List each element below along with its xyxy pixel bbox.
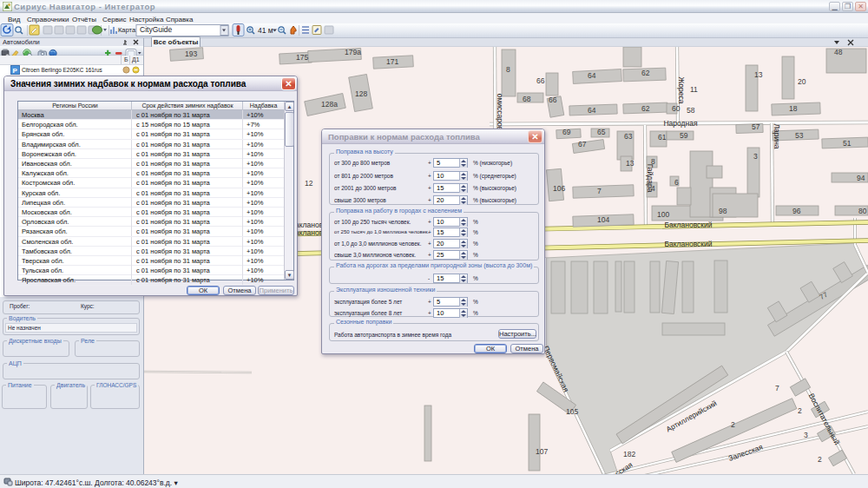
svg-text:106: 106 bbox=[553, 184, 565, 193]
svg-text:P: P bbox=[13, 67, 18, 75]
svg-text:2: 2 bbox=[731, 420, 735, 429]
svg-text:61: 61 bbox=[658, 133, 667, 142]
svg-text:57: 57 bbox=[752, 122, 760, 131]
svg-text:6: 6 bbox=[674, 178, 679, 187]
svg-text:Гайдара: Гайдара bbox=[646, 164, 654, 193]
svg-text:Ларина: Ларина bbox=[773, 123, 781, 148]
svg-text:64: 64 bbox=[588, 106, 596, 115]
svg-text:11: 11 bbox=[690, 85, 698, 94]
svg-text:175: 175 bbox=[296, 53, 308, 62]
svg-text:65: 65 bbox=[597, 128, 606, 136]
svg-text:51: 51 bbox=[843, 139, 852, 148]
svg-text:193: 193 bbox=[185, 49, 197, 58]
svg-text:7: 7 bbox=[597, 187, 602, 195]
svg-text:18: 18 bbox=[789, 104, 798, 113]
svg-text:8: 8 bbox=[506, 65, 510, 74]
svg-text:68: 68 bbox=[523, 95, 531, 103]
svg-text:7: 7 bbox=[775, 384, 779, 392]
svg-text:CityGuide: CityGuide bbox=[140, 25, 173, 34]
svg-text:100: 100 bbox=[657, 210, 669, 219]
svg-text:60: 60 bbox=[672, 104, 681, 113]
svg-text:66: 66 bbox=[549, 96, 557, 104]
svg-text:107: 107 bbox=[536, 447, 548, 456]
svg-text:98: 98 bbox=[719, 207, 727, 215]
svg-text:Баклановский: Баклановский bbox=[664, 240, 712, 248]
svg-text:105: 105 bbox=[566, 407, 578, 416]
svg-text:Жореса: Жореса bbox=[677, 77, 686, 104]
svg-text:62: 62 bbox=[641, 69, 650, 77]
svg-text:80: 80 bbox=[858, 207, 867, 215]
svg-text:2: 2 bbox=[818, 455, 822, 464]
svg-text:64: 64 bbox=[588, 71, 596, 80]
svg-text:2: 2 bbox=[798, 406, 802, 415]
svg-text:96: 96 bbox=[792, 207, 801, 215]
svg-text:59: 59 bbox=[680, 131, 688, 140]
svg-text:128а: 128а bbox=[321, 100, 338, 109]
svg-text:69: 69 bbox=[562, 128, 571, 136]
svg-text:53: 53 bbox=[795, 131, 804, 140]
svg-text:Карта:: Карта: bbox=[118, 26, 137, 34]
svg-text:омиссаров: омиссаров bbox=[496, 94, 504, 131]
svg-text:104: 104 bbox=[597, 215, 609, 224]
svg-text:63: 63 bbox=[624, 132, 633, 141]
svg-text:13: 13 bbox=[754, 70, 763, 79]
svg-text:128: 128 bbox=[355, 89, 367, 98]
svg-text:20: 20 bbox=[798, 77, 806, 86]
svg-text:12: 12 bbox=[305, 179, 313, 188]
svg-text:182: 182 bbox=[623, 450, 635, 458]
svg-text:94: 94 bbox=[857, 174, 865, 182]
svg-text:3: 3 bbox=[753, 152, 758, 161]
svg-text:58: 58 bbox=[687, 106, 695, 115]
svg-text:66: 66 bbox=[536, 76, 545, 85]
svg-text:Баклановский: Баклановский bbox=[664, 221, 712, 229]
svg-text:67: 67 bbox=[578, 140, 587, 148]
svg-text:13: 13 bbox=[626, 159, 635, 168]
svg-text:48: 48 bbox=[834, 48, 843, 56]
svg-text:171: 171 bbox=[386, 57, 398, 66]
svg-text:41 м: 41 м bbox=[258, 26, 273, 35]
svg-text:3: 3 bbox=[804, 431, 808, 439]
svg-text:62: 62 bbox=[641, 104, 650, 113]
svg-text:179а: 179а bbox=[345, 48, 361, 56]
svg-text:Народная: Народная bbox=[663, 119, 698, 128]
